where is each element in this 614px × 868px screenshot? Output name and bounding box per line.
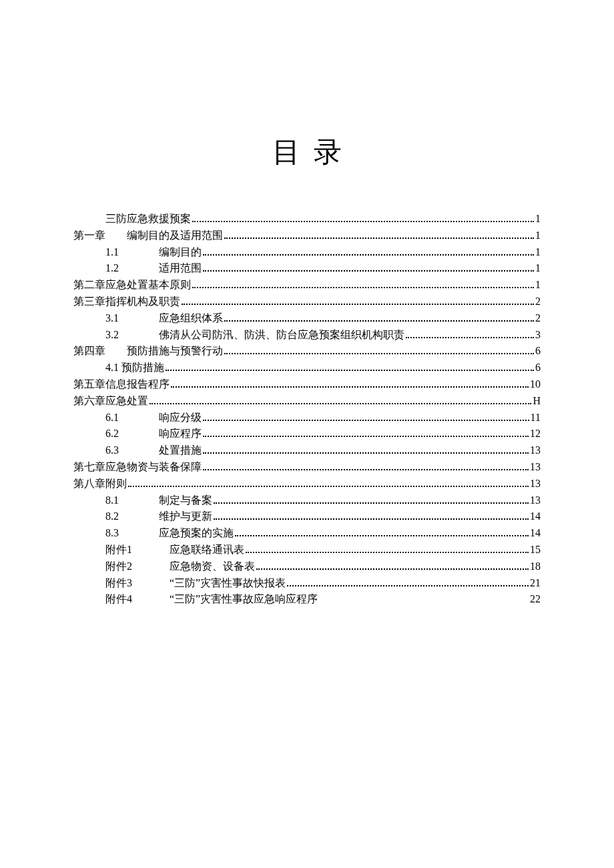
toc-entry-page: 13: [530, 476, 541, 492]
toc-entry-page: 6: [535, 343, 541, 360]
toc-entry-page: 15: [530, 542, 541, 558]
toc-entry: 1.1编制目的1: [73, 244, 541, 261]
toc-entry: 第八章附则 13: [73, 476, 541, 492]
toc-entry-page: 22: [530, 591, 541, 608]
toc-entry-label: 三防应急救援预案: [105, 211, 191, 228]
toc-leader-dots: [182, 304, 534, 305]
toc-leader-dots: [203, 452, 529, 454]
toc-entry: 4.1预防措施6: [73, 360, 541, 376]
toc-leader-dots: [214, 518, 529, 520]
toc-entry-label: 第七章应急物资与装备保障: [73, 459, 202, 476]
toc-entry-label: 3.1应急组织体系: [105, 310, 223, 327]
toc-leader-dots: [203, 436, 529, 437]
toc-entry-page: 13: [530, 442, 541, 459]
toc-entry: 附件4“三防”灾害性事故应急响应程序22: [73, 591, 541, 608]
toc-entry: 第五章信息报告程序 10: [73, 376, 541, 393]
toc-entry-page: 2: [535, 294, 541, 310]
toc-entry: 1.2适用范围1: [73, 260, 541, 277]
toc-entry-label: 6.2响应程序: [105, 426, 202, 442]
toc-entry-label: 第四章预防措施与预警行动: [73, 343, 223, 360]
toc-entry-page: 18: [530, 558, 541, 575]
toc-entry-page: 6: [535, 360, 541, 376]
toc-entry: 附件2应急物资、设备表18: [73, 558, 541, 575]
toc-title: 目录: [0, 133, 614, 171]
toc-entry-page: 1: [535, 228, 541, 244]
toc-leader-dots: [246, 552, 529, 553]
toc-entry-page: 1: [535, 244, 541, 261]
toc-entry-page: 21: [530, 575, 541, 592]
toc-entry-page: 13: [530, 492, 541, 509]
toc-entry: 附件3“三防”灾害性事故快报表21: [73, 575, 541, 592]
toc-entry: 三防应急救援预案1: [73, 211, 541, 228]
toc-entry-page: 14: [530, 525, 541, 542]
toc-entry-label: 1.2适用范围: [105, 260, 202, 277]
toc-leader-dots: [171, 386, 529, 388]
toc-entry: 6.2响应程序12: [73, 426, 541, 442]
toc-leader-dots: [224, 238, 534, 239]
toc-leader-dots: [203, 469, 529, 470]
toc-entry: 8.2维护与更新14: [73, 508, 541, 525]
toc-entry-page: 1: [535, 260, 541, 277]
toc-entry: 3.1应急组织体系2: [73, 310, 541, 327]
toc-entry: 3.2佛清从公司防汛、防洪、防台应急预案组织机构职责3: [73, 327, 541, 344]
toc-leader-dots: [235, 535, 529, 536]
toc-entry-label: 第八章附则: [73, 476, 127, 492]
toc-leader-dots: [192, 287, 534, 288]
toc-entry: 6.1响应分级11: [73, 410, 541, 426]
toc-entry-label: 8.2维护与更新: [105, 508, 212, 525]
toc-entry-label: 1.1编制目的: [105, 244, 202, 261]
toc-entry: 第二章应急处置基本原则1: [73, 277, 541, 294]
toc-entry: 附件1应急联络通讯表15: [73, 542, 541, 558]
toc-entry-page: 1: [535, 277, 541, 294]
toc-leader-dots: [166, 370, 534, 371]
toc-leader-dots: [128, 486, 529, 487]
toc-entry-page: 13: [530, 459, 541, 476]
toc-entry-label: 附件2应急物资、设备表: [105, 558, 255, 575]
toc-entry-label: 8.3应急预案的实施: [105, 525, 234, 542]
toc-entry: 第一章编制目的及适用范围1: [73, 228, 541, 244]
toc-entry: 第三章指挥机构及职责2: [73, 294, 541, 310]
toc-entry-label: 第三章指挥机构及职责: [73, 294, 180, 310]
toc-entry: 8.1制定与备案13: [73, 492, 541, 509]
toc-entry-label: 附件3“三防”灾害性事故快报表: [105, 575, 286, 592]
toc-entry-label: 第二章应急处置基本原则: [73, 277, 191, 294]
toc-leader-dots: [214, 502, 529, 504]
toc-leader-dots: [149, 403, 531, 404]
toc-entry-label: 8.1制定与备案: [105, 492, 212, 509]
toc: 三防应急救援预案1第一章编制目的及适用范围11.1编制目的11.2适用范围1第二…: [73, 211, 541, 608]
toc-entry-label: 第六章应急处置: [73, 393, 148, 410]
toc-entry-label: 4.1预防措施: [105, 360, 164, 376]
toc-entry-label: 附件1应急联络通讯表: [105, 542, 244, 558]
toc-leader-dots: [256, 568, 529, 570]
toc-entry-label: 3.2佛清从公司防汛、防洪、防台应急预案组织机构职责: [105, 327, 404, 344]
toc-entry: 第七章应急物资与装备保障 13: [73, 459, 541, 476]
toc-entry: 第六章应急处置H: [73, 393, 541, 410]
toc-leader-dots: [406, 337, 534, 338]
toc-leader-dots: [224, 353, 534, 354]
toc-leader-dots: [192, 221, 534, 222]
toc-entry-label: 6.1响应分级: [105, 410, 202, 426]
toc-entry: 第四章预防措施与预警行动6: [73, 343, 541, 360]
toc-entry-page: H: [533, 393, 541, 410]
toc-entry-page: 1: [535, 211, 541, 228]
toc-entry-label: 第五章信息报告程序: [73, 376, 170, 393]
toc-entry-page: 12: [530, 426, 541, 442]
toc-entry-label: 附件4“三防”灾害性事故应急响应程序: [105, 591, 318, 608]
toc-entry-page: 10: [530, 376, 541, 393]
toc-entry: 8.3应急预案的实施14: [73, 525, 541, 542]
toc-leader-dots: [287, 585, 529, 586]
toc-leader-dots: [203, 270, 534, 272]
toc-entry-page: 14: [530, 508, 541, 525]
toc-entry-page: 11: [531, 410, 541, 426]
toc-entry: 6.3处置措施13: [73, 442, 541, 459]
toc-entry-label: 6.3处置措施: [105, 442, 202, 459]
toc-entry-page: 3: [535, 327, 541, 344]
toc-entry-page: 2: [535, 310, 541, 327]
toc-entry-label: 第一章编制目的及适用范围: [73, 228, 223, 244]
toc-leader-dots: [224, 320, 534, 322]
toc-leader-dots: [203, 254, 534, 256]
toc-leader-dots: [203, 420, 529, 421]
